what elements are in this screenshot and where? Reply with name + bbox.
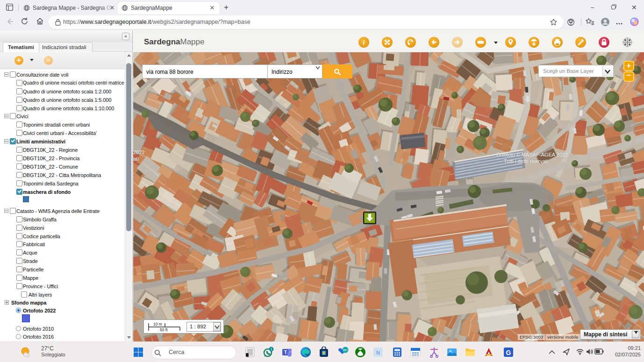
svg-text:1: 1 <box>270 347 272 351</box>
svg-text:T: T <box>284 350 287 355</box>
svg-text:10 m: 10 m <box>153 322 162 327</box>
svg-text:99+: 99+ <box>343 348 348 352</box>
svg-text:G: G <box>506 349 511 356</box>
svg-text:N: N <box>376 350 380 355</box>
svg-text:i: i <box>363 39 365 46</box>
svg-text:50 ft: 50 ft <box>160 327 168 332</box>
